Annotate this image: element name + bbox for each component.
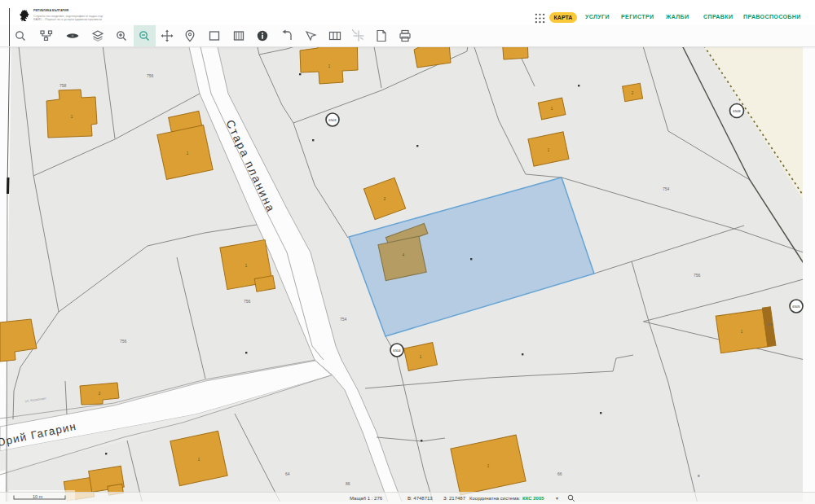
svg-text:756: 756 [147,73,154,78]
svg-text:758: 758 [59,83,67,88]
svg-text:6504: 6504 [393,348,401,353]
svg-text:6505: 6505 [792,305,800,309]
svg-text:6503: 6503 [328,118,337,122]
svg-text:64: 64 [285,471,290,476]
svg-text:756: 756 [244,299,251,304]
svg-text:86: 86 [346,481,350,486]
svg-text:в: в [698,473,700,478]
svg-text:754: 754 [340,317,347,322]
svg-text:756: 756 [120,339,127,344]
svg-text:754: 754 [663,186,670,191]
svg-text:10 m: 10 m [33,494,43,499]
svg-text:ев: ев [768,322,773,327]
svg-text:66: 66 [557,471,562,476]
svg-text:756: 756 [694,273,701,278]
svg-text:6508: 6508 [733,109,741,113]
